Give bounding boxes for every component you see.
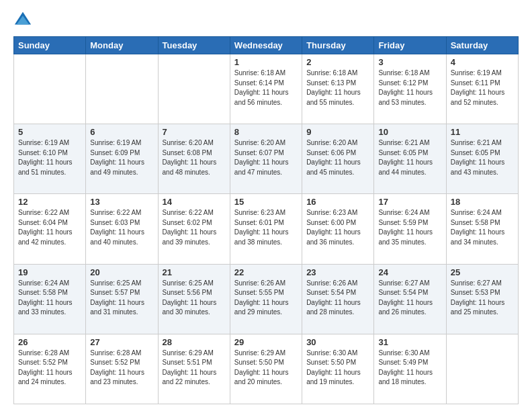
- cell-3-0: 19Sunrise: 6:24 AM Sunset: 5:58 PM Dayli…: [14, 264, 86, 334]
- cell-0-0: [14, 54, 86, 124]
- header-wednesday: Wednesday: [230, 37, 302, 54]
- cell-0-1: [86, 54, 158, 124]
- cell-info: Sunrise: 6:26 AM Sunset: 5:54 PM Dayligh…: [306, 279, 369, 318]
- cell-0-2: [158, 54, 230, 124]
- header-sunday: Sunday: [14, 37, 86, 54]
- cell-info: Sunrise: 6:20 AM Sunset: 6:06 PM Dayligh…: [306, 138, 369, 177]
- day-number: 3: [378, 57, 441, 67]
- day-number: 26: [18, 337, 81, 347]
- cell-1-4: 9Sunrise: 6:20 AM Sunset: 6:06 PM Daylig…: [302, 124, 374, 194]
- week-row-1: 5Sunrise: 6:19 AM Sunset: 6:10 PM Daylig…: [14, 124, 519, 194]
- calendar-header-row: SundayMondayTuesdayWednesdayThursdayFrid…: [14, 37, 519, 54]
- day-number: 8: [234, 127, 298, 137]
- day-number: 7: [163, 127, 226, 137]
- cell-4-6: [446, 334, 518, 404]
- cell-1-5: 10Sunrise: 6:21 AM Sunset: 6:05 PM Dayli…: [374, 124, 446, 194]
- cell-info: Sunrise: 6:23 AM Sunset: 6:01 PM Dayligh…: [234, 208, 298, 247]
- cell-2-2: 14Sunrise: 6:22 AM Sunset: 6:02 PM Dayli…: [158, 194, 230, 264]
- day-number: 5: [18, 127, 81, 137]
- cell-1-6: 11Sunrise: 6:21 AM Sunset: 6:05 PM Dayli…: [446, 124, 518, 194]
- cell-3-2: 21Sunrise: 6:25 AM Sunset: 5:56 PM Dayli…: [158, 264, 230, 334]
- cell-3-1: 20Sunrise: 6:25 AM Sunset: 5:57 PM Dayli…: [86, 264, 158, 334]
- cell-2-1: 13Sunrise: 6:22 AM Sunset: 6:03 PM Dayli…: [86, 194, 158, 264]
- cell-info: Sunrise: 6:24 AM Sunset: 5:58 PM Dayligh…: [18, 279, 81, 318]
- cell-4-1: 27Sunrise: 6:28 AM Sunset: 5:52 PM Dayli…: [86, 334, 158, 404]
- day-number: 21: [163, 267, 226, 277]
- cell-4-3: 29Sunrise: 6:29 AM Sunset: 5:50 PM Dayli…: [230, 334, 302, 404]
- day-number: 6: [90, 127, 153, 137]
- header-thursday: Thursday: [302, 37, 374, 54]
- cell-3-6: 25Sunrise: 6:27 AM Sunset: 5:53 PM Dayli…: [446, 264, 518, 334]
- cell-1-0: 5Sunrise: 6:19 AM Sunset: 6:10 PM Daylig…: [14, 124, 86, 194]
- cell-2-4: 16Sunrise: 6:23 AM Sunset: 6:00 PM Dayli…: [302, 194, 374, 264]
- day-number: 23: [306, 267, 369, 277]
- day-number: 9: [306, 127, 369, 137]
- cell-info: Sunrise: 6:20 AM Sunset: 6:08 PM Dayligh…: [163, 138, 226, 177]
- header: [13, 11, 519, 30]
- day-number: 27: [90, 337, 153, 347]
- calendar-table: SundayMondayTuesdayWednesdayThursdayFrid…: [13, 36, 519, 404]
- day-number: 1: [234, 57, 298, 67]
- header-monday: Monday: [86, 37, 158, 54]
- day-number: 15: [234, 197, 298, 207]
- day-number: 17: [378, 197, 441, 207]
- day-number: 28: [163, 337, 226, 347]
- cell-3-5: 24Sunrise: 6:27 AM Sunset: 5:54 PM Dayli…: [374, 264, 446, 334]
- cell-1-2: 7Sunrise: 6:20 AM Sunset: 6:08 PM Daylig…: [158, 124, 230, 194]
- day-number: 11: [451, 127, 514, 137]
- cell-0-3: 1Sunrise: 6:18 AM Sunset: 6:14 PM Daylig…: [230, 54, 302, 124]
- cell-1-3: 8Sunrise: 6:20 AM Sunset: 6:07 PM Daylig…: [230, 124, 302, 194]
- day-number: 18: [451, 197, 514, 207]
- cell-0-5: 3Sunrise: 6:18 AM Sunset: 6:12 PM Daylig…: [374, 54, 446, 124]
- cell-info: Sunrise: 6:18 AM Sunset: 6:12 PM Dayligh…: [378, 68, 441, 107]
- day-number: 19: [18, 267, 81, 277]
- cell-info: Sunrise: 6:30 AM Sunset: 5:50 PM Dayligh…: [306, 349, 369, 387]
- day-number: 14: [163, 197, 226, 207]
- day-number: 31: [378, 337, 441, 347]
- cell-info: Sunrise: 6:29 AM Sunset: 5:50 PM Dayligh…: [234, 349, 298, 387]
- cell-info: Sunrise: 6:21 AM Sunset: 6:05 PM Dayligh…: [378, 138, 441, 177]
- header-saturday: Saturday: [446, 37, 518, 54]
- day-number: 2: [306, 57, 369, 67]
- day-number: 13: [90, 197, 153, 207]
- day-number: 24: [378, 267, 441, 277]
- cell-info: Sunrise: 6:26 AM Sunset: 5:55 PM Dayligh…: [234, 279, 298, 318]
- cell-2-0: 12Sunrise: 6:22 AM Sunset: 6:04 PM Dayli…: [14, 194, 86, 264]
- cell-3-4: 23Sunrise: 6:26 AM Sunset: 5:54 PM Dayli…: [302, 264, 374, 334]
- cell-info: Sunrise: 6:24 AM Sunset: 5:58 PM Dayligh…: [451, 208, 514, 247]
- cell-info: Sunrise: 6:28 AM Sunset: 5:52 PM Dayligh…: [18, 349, 81, 387]
- cell-info: Sunrise: 6:28 AM Sunset: 5:52 PM Dayligh…: [90, 349, 153, 387]
- cell-info: Sunrise: 6:20 AM Sunset: 6:07 PM Dayligh…: [234, 138, 298, 177]
- week-row-3: 19Sunrise: 6:24 AM Sunset: 5:58 PM Dayli…: [14, 264, 519, 334]
- day-number: 20: [90, 267, 153, 277]
- cell-3-3: 22Sunrise: 6:26 AM Sunset: 5:55 PM Dayli…: [230, 264, 302, 334]
- cell-info: Sunrise: 6:25 AM Sunset: 5:56 PM Dayligh…: [163, 279, 226, 318]
- day-number: 25: [451, 267, 514, 277]
- cell-info: Sunrise: 6:21 AM Sunset: 6:05 PM Dayligh…: [451, 138, 514, 177]
- cell-2-3: 15Sunrise: 6:23 AM Sunset: 6:01 PM Dayli…: [230, 194, 302, 264]
- cell-info: Sunrise: 6:30 AM Sunset: 5:49 PM Dayligh…: [378, 349, 441, 387]
- cell-info: Sunrise: 6:29 AM Sunset: 5:51 PM Dayligh…: [163, 349, 226, 387]
- cell-1-1: 6Sunrise: 6:19 AM Sunset: 6:09 PM Daylig…: [86, 124, 158, 194]
- cell-info: Sunrise: 6:18 AM Sunset: 6:14 PM Dayligh…: [234, 68, 298, 107]
- cell-info: Sunrise: 6:22 AM Sunset: 6:03 PM Dayligh…: [90, 208, 153, 247]
- cell-0-6: 4Sunrise: 6:19 AM Sunset: 6:11 PM Daylig…: [446, 54, 518, 124]
- cell-info: Sunrise: 6:24 AM Sunset: 5:59 PM Dayligh…: [378, 208, 441, 247]
- day-number: 22: [234, 267, 298, 277]
- cell-info: Sunrise: 6:25 AM Sunset: 5:57 PM Dayligh…: [90, 279, 153, 318]
- day-number: 30: [306, 337, 369, 347]
- logo: [13, 11, 35, 30]
- cell-4-2: 28Sunrise: 6:29 AM Sunset: 5:51 PM Dayli…: [158, 334, 230, 404]
- week-row-2: 12Sunrise: 6:22 AM Sunset: 6:04 PM Dayli…: [14, 194, 519, 264]
- cell-info: Sunrise: 6:22 AM Sunset: 6:02 PM Dayligh…: [163, 208, 226, 247]
- day-number: 16: [306, 197, 369, 207]
- cell-4-0: 26Sunrise: 6:28 AM Sunset: 5:52 PM Dayli…: [14, 334, 86, 404]
- cell-2-6: 18Sunrise: 6:24 AM Sunset: 5:58 PM Dayli…: [446, 194, 518, 264]
- page: SundayMondayTuesdayWednesdayThursdayFrid…: [0, 0, 532, 411]
- cell-info: Sunrise: 6:19 AM Sunset: 6:09 PM Dayligh…: [90, 138, 153, 177]
- cell-4-4: 30Sunrise: 6:30 AM Sunset: 5:50 PM Dayli…: [302, 334, 374, 404]
- cell-4-5: 31Sunrise: 6:30 AM Sunset: 5:49 PM Dayli…: [374, 334, 446, 404]
- logo-icon: [13, 11, 32, 30]
- cell-info: Sunrise: 6:27 AM Sunset: 5:54 PM Dayligh…: [378, 279, 441, 318]
- cell-info: Sunrise: 6:18 AM Sunset: 6:13 PM Dayligh…: [306, 68, 369, 107]
